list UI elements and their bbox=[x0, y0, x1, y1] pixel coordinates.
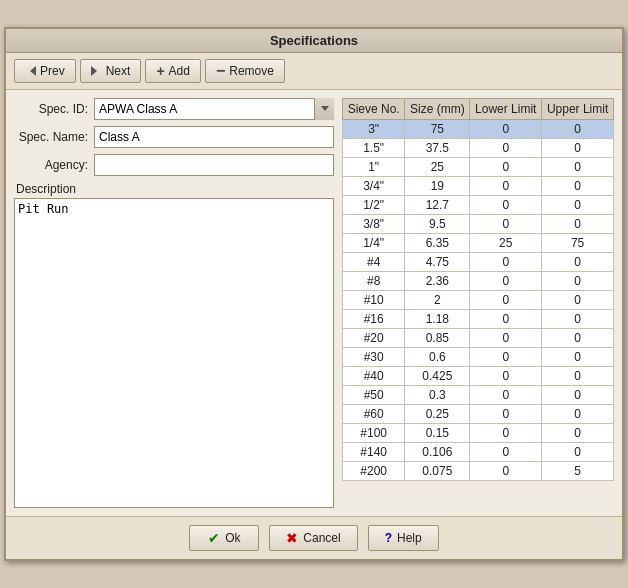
upper-limit-cell: 5 bbox=[542, 462, 614, 481]
help-button[interactable]: ? Help bbox=[368, 525, 439, 551]
lower-limit-cell: 0 bbox=[470, 272, 542, 291]
sieve-no-cell: #200 bbox=[343, 462, 405, 481]
lower-limit-cell: 0 bbox=[470, 291, 542, 310]
agency-label: Agency: bbox=[14, 158, 94, 172]
lower-limit-cell: 0 bbox=[470, 405, 542, 424]
ok-label: Ok bbox=[225, 531, 240, 545]
ok-button[interactable]: ✔ Ok bbox=[189, 525, 259, 551]
cancel-button[interactable]: ✖ Cancel bbox=[269, 525, 357, 551]
spec-id-select[interactable]: APWA Class A bbox=[94, 98, 334, 120]
footer: ✔ Ok ✖ Cancel ? Help bbox=[6, 516, 622, 559]
spec-name-label: Spec. Name: bbox=[14, 130, 94, 144]
lower-limit-cell: 0 bbox=[470, 196, 542, 215]
lower-limit-cell: 0 bbox=[470, 367, 542, 386]
table-row[interactable]: 3"7500 bbox=[343, 120, 614, 139]
minus-icon: − bbox=[216, 63, 225, 79]
table-row[interactable]: #161.1800 bbox=[343, 310, 614, 329]
lower-limit-cell: 0 bbox=[470, 158, 542, 177]
col-sieve-no: Sieve No. bbox=[343, 99, 405, 120]
sieve-no-cell: #40 bbox=[343, 367, 405, 386]
sieve-no-cell: #100 bbox=[343, 424, 405, 443]
table-row[interactable]: 3/4"1900 bbox=[343, 177, 614, 196]
sieve-no-cell: #50 bbox=[343, 386, 405, 405]
size-cell: 1.18 bbox=[405, 310, 470, 329]
size-cell: 4.75 bbox=[405, 253, 470, 272]
col-lower: Lower Limit bbox=[470, 99, 542, 120]
size-cell: 25 bbox=[405, 158, 470, 177]
table-header-row: Sieve No. Size (mm) Lower Limit Upper Li… bbox=[343, 99, 614, 120]
table-row[interactable]: #44.7500 bbox=[343, 253, 614, 272]
spec-name-input[interactable] bbox=[94, 126, 334, 148]
lower-limit-cell: 0 bbox=[470, 462, 542, 481]
table-row[interactable]: #82.3600 bbox=[343, 272, 614, 291]
lower-limit-cell: 25 bbox=[470, 234, 542, 253]
size-cell: 0.3 bbox=[405, 386, 470, 405]
next-button[interactable]: Next bbox=[80, 59, 142, 83]
size-cell: 0.6 bbox=[405, 348, 470, 367]
spec-id-label: Spec. ID: bbox=[14, 102, 94, 116]
help-label: Help bbox=[397, 531, 422, 545]
table-row[interactable]: #10200 bbox=[343, 291, 614, 310]
sieve-no-cell: #30 bbox=[343, 348, 405, 367]
size-cell: 6.35 bbox=[405, 234, 470, 253]
sieve-no-cell: 1/4" bbox=[343, 234, 405, 253]
lower-limit-cell: 0 bbox=[470, 177, 542, 196]
sieve-no-cell: 3/4" bbox=[343, 177, 405, 196]
upper-limit-cell: 0 bbox=[542, 196, 614, 215]
lower-limit-cell: 0 bbox=[470, 215, 542, 234]
sieve-no-cell: #60 bbox=[343, 405, 405, 424]
upper-limit-cell: 0 bbox=[542, 310, 614, 329]
size-cell: 0.15 bbox=[405, 424, 470, 443]
upper-limit-cell: 0 bbox=[542, 329, 614, 348]
spec-id-row: Spec. ID: APWA Class A bbox=[14, 98, 334, 120]
size-cell: 2 bbox=[405, 291, 470, 310]
table-row[interactable]: 3/8"9.500 bbox=[343, 215, 614, 234]
remove-label: Remove bbox=[229, 64, 274, 78]
description-section: Description bbox=[14, 182, 334, 508]
sieve-no-cell: 1.5" bbox=[343, 139, 405, 158]
remove-button[interactable]: − Remove bbox=[205, 59, 285, 83]
upper-limit-cell: 0 bbox=[542, 424, 614, 443]
prev-button[interactable]: Prev bbox=[14, 59, 76, 83]
description-label: Description bbox=[14, 182, 334, 196]
lower-limit-cell: 0 bbox=[470, 443, 542, 462]
sieve-no-cell: #16 bbox=[343, 310, 405, 329]
sieve-no-cell: 1/2" bbox=[343, 196, 405, 215]
lower-limit-cell: 0 bbox=[470, 310, 542, 329]
size-cell: 75 bbox=[405, 120, 470, 139]
upper-limit-cell: 0 bbox=[542, 158, 614, 177]
agency-input[interactable] bbox=[94, 154, 334, 176]
next-label: Next bbox=[106, 64, 131, 78]
col-size: Size (mm) bbox=[405, 99, 470, 120]
add-button[interactable]: + Add bbox=[145, 59, 201, 83]
table-row[interactable]: #600.2500 bbox=[343, 405, 614, 424]
table-row[interactable]: 1/4"6.352575 bbox=[343, 234, 614, 253]
size-cell: 0.25 bbox=[405, 405, 470, 424]
size-cell: 9.5 bbox=[405, 215, 470, 234]
table-row[interactable]: #500.300 bbox=[343, 386, 614, 405]
prev-arrow-icon bbox=[25, 66, 36, 76]
size-cell: 0.85 bbox=[405, 329, 470, 348]
right-panel: Sieve No. Size (mm) Lower Limit Upper Li… bbox=[342, 98, 614, 508]
table-row[interactable]: #1000.1500 bbox=[343, 424, 614, 443]
size-cell: 0.425 bbox=[405, 367, 470, 386]
add-label: Add bbox=[169, 64, 190, 78]
check-icon: ✔ bbox=[208, 530, 220, 546]
lower-limit-cell: 0 bbox=[470, 329, 542, 348]
table-row[interactable]: 1"2500 bbox=[343, 158, 614, 177]
lower-limit-cell: 0 bbox=[470, 424, 542, 443]
table-row[interactable]: 1.5"37.500 bbox=[343, 139, 614, 158]
sieve-no-cell: #8 bbox=[343, 272, 405, 291]
table-row[interactable]: #400.42500 bbox=[343, 367, 614, 386]
table-row[interactable]: #2000.07505 bbox=[343, 462, 614, 481]
upper-limit-cell: 0 bbox=[542, 367, 614, 386]
table-row[interactable]: 1/2"12.700 bbox=[343, 196, 614, 215]
table-row[interactable]: #200.8500 bbox=[343, 329, 614, 348]
description-textarea[interactable] bbox=[14, 198, 334, 508]
table-row[interactable]: #1400.10600 bbox=[343, 443, 614, 462]
table-row[interactable]: #300.600 bbox=[343, 348, 614, 367]
agency-row: Agency: bbox=[14, 154, 334, 176]
upper-limit-cell: 75 bbox=[542, 234, 614, 253]
lower-limit-cell: 0 bbox=[470, 120, 542, 139]
question-icon: ? bbox=[385, 531, 392, 545]
